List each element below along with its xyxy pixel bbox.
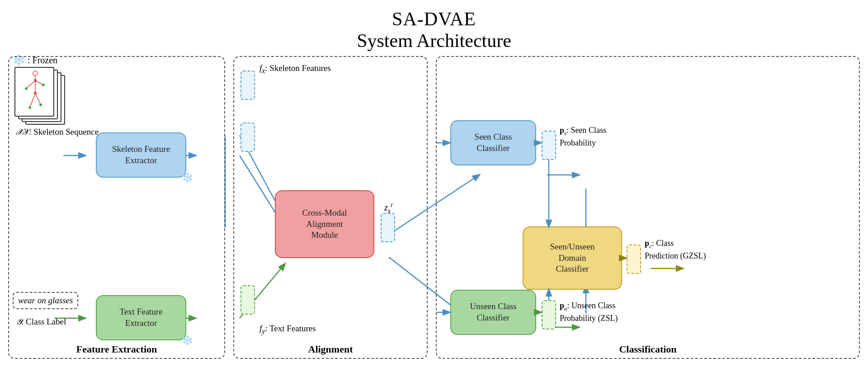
text-extractor-freeze: ❄️ [182, 335, 193, 346]
dbox-output [381, 213, 395, 242]
dbox-fy [241, 285, 255, 315]
domain-classifier-box: Seen/Unseen Domain Classifier [523, 226, 622, 290]
domain-classifier-label: Seen/Unseen Domain Classifier [550, 241, 594, 275]
skeleton-extractor-label: Skeleton Feature Extractor [112, 144, 170, 166]
alignment-panel: Alignment fx: Skeleton Features Cross-Mo… [233, 56, 428, 359]
text-feature-extractor-box: Text Feature Extractor [96, 295, 186, 340]
svg-line-54 [26, 80, 35, 89]
main-title: SA-DVAE [0, 0, 868, 30]
svg-point-61 [39, 103, 42, 106]
svg-point-60 [28, 106, 31, 109]
cross-modal-box: Cross-Modal Alignment Module [275, 190, 374, 258]
panel-feature-label: Feature Extraction [76, 343, 157, 355]
skeleton-sequence-label: 𝒳𝒳: Skeleton Sequence [15, 127, 99, 137]
unseen-classifier-label: Unseen Class Classifier [470, 301, 517, 323]
svg-point-59 [42, 84, 45, 86]
pc-label: pc: ClassPrediction (GZSL) [645, 238, 706, 262]
panel-classification-label: Classification [619, 343, 676, 355]
text-extractor-label: Text Feature Extractor [119, 306, 162, 329]
skeleton-feature-extractor-box: Skeleton Feature Extractor [96, 132, 186, 178]
ps-label: ps: Seen ClassProbability [560, 125, 606, 149]
panels-container: Feature Extraction [0, 56, 868, 359]
cross-modal-label: Cross-Modal Alignment Module [302, 207, 347, 241]
fy-label: fy: Text Features [259, 324, 316, 335]
wear-on-glasses-text: wear on glasses [18, 296, 73, 305]
wear-on-glasses-box: wear on glasses [13, 292, 78, 309]
skeleton-extractor-freeze: ❄️ [182, 172, 193, 183]
svg-point-62 [34, 79, 37, 82]
svg-point-58 [25, 87, 28, 90]
seen-classifier-label: Seen Class Classifier [475, 132, 512, 154]
panel-alignment-label: Alignment [308, 343, 353, 355]
zxr-label: zxr [384, 202, 393, 215]
dbox-pu [542, 300, 556, 329]
svg-line-55 [35, 80, 43, 85]
class-label-text: 𝒴: Class Label [15, 317, 66, 327]
svg-point-52 [33, 71, 38, 75]
sub-title: System Architecture [0, 30, 868, 52]
feature-extraction-panel: Feature Extraction [8, 56, 225, 359]
svg-point-63 [34, 92, 37, 94]
dbox-ps [542, 131, 556, 160]
dbox-fx2 [241, 122, 255, 152]
dbox-pc [627, 245, 641, 274]
fx-label: fx: Skeleton Features [259, 63, 331, 75]
pu-label: pu: Unseen ClassProbability (ZSL) [560, 300, 618, 324]
seen-classifier-box: Seen Class Classifier [450, 120, 536, 165]
classification-panel: Classification Seen Class Classifier See… [436, 56, 860, 359]
svg-line-57 [35, 93, 41, 105]
dbox-fx [241, 71, 255, 100]
unseen-classifier-box: Unseen Class Classifier [450, 290, 536, 335]
svg-line-56 [30, 93, 35, 108]
